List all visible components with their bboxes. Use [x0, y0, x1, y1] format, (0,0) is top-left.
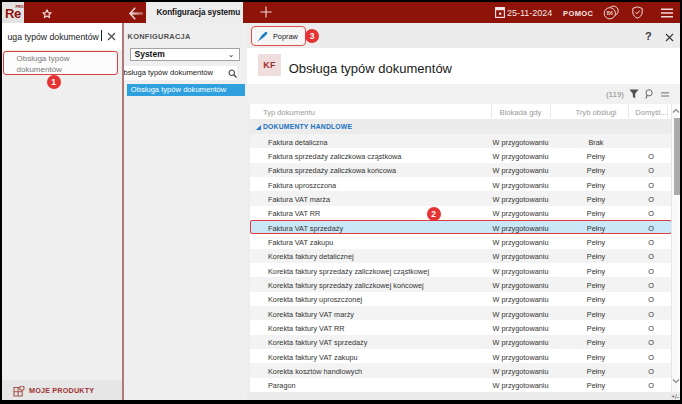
svg-text:B6: B6 [607, 11, 613, 16]
